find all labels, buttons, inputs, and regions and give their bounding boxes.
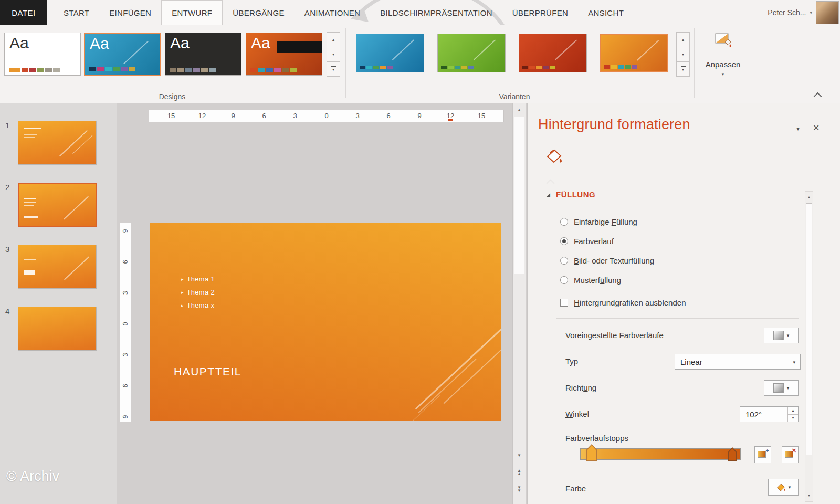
radio-icon[interactable] <box>560 257 568 265</box>
spin-up-icon[interactable]: ▴ <box>788 407 798 415</box>
checkbox-hide-background-graphics[interactable]: Hintergrundgrafiken ausblenden <box>560 298 686 307</box>
scrollbar-thumb[interactable] <box>806 203 812 455</box>
tab-start[interactable]: START <box>54 0 99 25</box>
bullet-icon: ▸ <box>181 290 184 295</box>
gradient-stop-selected[interactable] <box>586 444 597 461</box>
type-select[interactable]: Linear ▾ <box>675 354 801 370</box>
designs-group-label: Designs <box>4 92 340 101</box>
delete-icon: ✕ <box>792 447 796 454</box>
chevron-down-icon: ▾ <box>789 485 791 490</box>
design-thumbnail-teal[interactable]: Aa <box>84 33 161 76</box>
design-sample-text: Aa <box>90 35 109 52</box>
pane-title: Hintergrund formatieren <box>538 117 690 133</box>
type-label: Typ <box>565 357 578 366</box>
variant-thumbnail-green[interactable] <box>437 34 506 72</box>
radio-icon[interactable] <box>560 218 568 226</box>
tab-animationen[interactable]: ANIMATIONEN <box>295 0 370 25</box>
checkbox-icon[interactable] <box>560 299 568 307</box>
radio-pattern-fill[interactable]: Musterfüllung <box>560 276 621 285</box>
spin-down-icon[interactable]: ▾ <box>788 415 798 422</box>
avatar[interactable] <box>816 1 839 24</box>
slide-thumbnail-panel: 1 2 3 4 <box>0 103 117 504</box>
paint-bucket-small-icon <box>776 482 785 492</box>
design-sample-text: Aa <box>251 34 270 52</box>
radio-picture-texture-fill[interactable]: Bild- oder Texturfüllung <box>560 256 654 265</box>
anpassen-group[interactable]: Anpassen ▾ <box>698 25 748 103</box>
vertical-ruler[interactable]: 9 6 3 0 3 6 9 <box>120 223 131 422</box>
chevron-down-icon: ▾ <box>787 333 790 338</box>
decorative-streak <box>418 359 476 413</box>
slide-canvas[interactable]: ▸ Thema 1 ▸ Thema 2 ▸ Thema x HAUPTTEIL <box>150 223 501 421</box>
design-thumbnail-office[interactable]: Aa <box>4 33 81 76</box>
anpassen-label: Anpassen <box>698 60 748 69</box>
scroll-down-icon[interactable]: ▼ <box>514 450 524 461</box>
design-swatches <box>9 68 60 72</box>
next-slide-button[interactable]: ▼▼ <box>514 484 524 495</box>
scrollbar-thumb[interactable] <box>514 117 524 274</box>
editor-scrollbar[interactable]: ▲ ▼ ▲▲ ▼▼ <box>512 103 526 504</box>
group-separator <box>345 28 346 98</box>
close-icon[interactable]: ✕ <box>813 123 820 133</box>
preset-gradients-dropdown[interactable]: ▾ <box>764 328 799 343</box>
color-dropdown[interactable]: ▾ <box>768 479 799 496</box>
pane-scrollbar[interactable]: ▲ ▼ <box>805 191 813 502</box>
variant-thumbnail-red[interactable] <box>519 34 587 72</box>
slide-section-title[interactable]: HAUPTTEIL <box>174 365 242 378</box>
radio-solid-fill[interactable]: Einfarbige Füllung <box>560 217 637 226</box>
design-thumbnail-black[interactable]: Aa <box>165 33 242 76</box>
designs-gallery-scroll: ▴ ▾ ▾ <box>327 33 340 77</box>
tab-ueberpruefen[interactable]: ÜBERPRÜFEN <box>502 0 578 25</box>
collapse-ribbon-icon[interactable] <box>814 92 822 101</box>
gradient-chip-icon <box>773 383 784 393</box>
direction-dropdown[interactable]: ▾ <box>764 380 799 396</box>
variant-thumbnail-orange[interactable] <box>600 34 668 72</box>
variants-more-button[interactable]: ▾ <box>676 61 690 77</box>
tab-ansicht[interactable]: ANSICHT <box>578 0 634 25</box>
designs-more-button[interactable]: ▾ <box>327 61 340 77</box>
section-expanded-icon[interactable]: ◢ <box>547 192 550 197</box>
spinner-arrows[interactable]: ▴ ▾ <box>788 407 798 422</box>
gradient-stops-slider[interactable] <box>580 448 741 460</box>
group-separator <box>750 28 750 98</box>
bullet-item[interactable]: ▸ Thema 1 <box>181 275 215 283</box>
pane-options-icon[interactable]: ▾ <box>796 125 800 132</box>
scroll-up-icon[interactable]: ▲ <box>806 193 812 201</box>
slide-thumbnail-2[interactable] <box>18 183 97 227</box>
remove-gradient-stop-button[interactable]: ✕ <box>782 446 799 463</box>
radio-icon[interactable] <box>560 237 568 245</box>
tab-entwurf[interactable]: ENTWURF <box>161 0 223 25</box>
user-account[interactable]: Peter Sch... ▾ <box>768 0 840 25</box>
variants-scroll-up-button[interactable]: ▴ <box>676 32 690 47</box>
fill-section-header[interactable]: FÜLLUNG <box>556 190 595 199</box>
design-swatches <box>250 68 297 72</box>
ruler-position-marker <box>448 119 453 121</box>
slide-number: 1 <box>5 121 9 130</box>
slide-thumbnail-1[interactable] <box>18 121 97 165</box>
bullet-item[interactable]: ▸ Thema x <box>181 301 214 309</box>
variant-thumbnail-blue[interactable] <box>356 34 424 72</box>
tab-uebergaenge[interactable]: ÜBERGÄNGE <box>223 0 295 25</box>
horizontal-ruler[interactable]: 15 12 9 6 3 0 3 6 9 12 15 <box>149 110 504 122</box>
designs-scroll-up-button[interactable]: ▴ <box>327 32 340 47</box>
angle-spinner[interactable]: 102° ▴ ▾ <box>740 406 799 422</box>
radio-gradient-fill[interactable]: Farbverlauf <box>560 237 614 246</box>
scroll-down-icon[interactable]: ▼ <box>806 491 812 499</box>
add-gradient-stop-button[interactable]: + <box>754 446 771 463</box>
bullet-item[interactable]: ▸ Thema 2 <box>181 288 215 296</box>
variants-scroll-down-button[interactable]: ▾ <box>676 47 690 62</box>
previous-slide-button[interactable]: ▲▲ <box>514 467 524 478</box>
design-thumbnail-orange[interactable]: Aa <box>246 33 322 76</box>
design-sample-text: Aa <box>9 34 29 52</box>
radio-icon[interactable] <box>560 276 568 284</box>
tab-bildschirmpraesentation[interactable]: BILDSCHIRMPRÄSENTATION <box>370 0 502 25</box>
direction-label: Richtung <box>565 383 596 392</box>
scroll-up-icon[interactable]: ▲ <box>514 105 524 116</box>
designs-scroll-down-button[interactable]: ▾ <box>327 47 340 62</box>
slide-thumbnail-3[interactable] <box>18 245 97 289</box>
tab-einfuegen[interactable]: EINFÜGEN <box>99 0 161 25</box>
preset-gradients-label: Voreingestellte Farbverläufe <box>565 331 664 340</box>
slide-number: 4 <box>5 307 9 316</box>
slide-thumbnail-4[interactable] <box>18 307 97 351</box>
tab-datei[interactable]: DATEI <box>0 0 47 25</box>
paint-bucket-icon[interactable] <box>543 147 563 168</box>
